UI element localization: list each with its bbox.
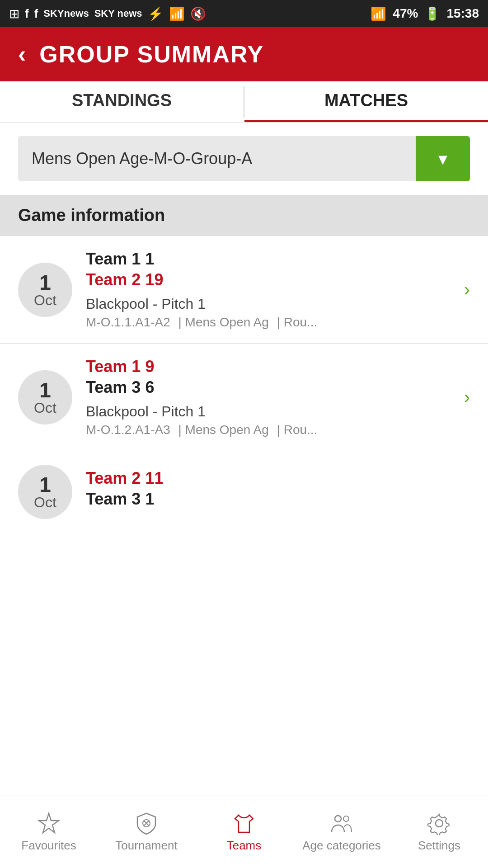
- dropdown-chevron-button[interactable]: ▾: [416, 136, 470, 181]
- status-right-icons: 📶 47% 🔋 15:38: [371, 6, 479, 21]
- back-button[interactable]: ‹: [18, 41, 26, 68]
- match-teams-3: Team 2 11 Team 3 1: [86, 469, 470, 509]
- tabs-container: STANDINGS MATCHES: [0, 81, 488, 123]
- match-venue-1: Blackpool - Pitch 1: [86, 296, 455, 312]
- match-date-1: 1 Oct: [18, 263, 72, 317]
- match-team2-name-1: Team 2: [86, 270, 141, 289]
- skynews-icon-2: SKY news: [94, 8, 142, 19]
- match-team1-row-2: Team 1 9: [86, 357, 455, 376]
- match-chevron-right-2: ›: [464, 387, 470, 407]
- match-code-2: M-O.1.2.A1-A3: [86, 423, 170, 437]
- match-info-3: Team 2 11 Team 3 1: [86, 469, 470, 515]
- signal-icon: 📶: [169, 6, 185, 21]
- match-team2-row-3: Team 3 1: [86, 490, 470, 509]
- facebook-icon-1: f: [25, 7, 29, 21]
- match-team1-name-1: Team 1: [86, 250, 141, 268]
- nav-item-settings[interactable]: Settings: [390, 796, 488, 868]
- chevron-down-icon: ▾: [438, 148, 447, 169]
- mute-icon: 🔇: [190, 6, 206, 21]
- nav-label-settings: Settings: [418, 839, 460, 853]
- status-bar: ⊞ f f SKYnews SKY news ⚡ 📶 🔇 📶 47% 🔋 15:…: [0, 0, 488, 27]
- match-team2-name-2: Team 3: [86, 378, 141, 396]
- match-month-1: Oct: [34, 293, 56, 307]
- match-meta-1: M-O.1.1.A1-A2 | Mens Open Ag | Rou...: [86, 315, 455, 330]
- match-team1-score-2: 9: [145, 357, 154, 376]
- match-teams-1: Team 1 1 Team 2 19: [86, 250, 455, 289]
- match-card-1[interactable]: 1 Oct Team 1 1 Team 2 19 Blackpool - Pit…: [0, 236, 488, 344]
- match-team1-score-1: 1: [145, 250, 154, 268]
- shirt-icon: [232, 811, 256, 835]
- skynews-icon-1: SKYnews: [43, 8, 89, 19]
- status-left-icons: ⊞ f f SKYnews SKY news ⚡ 📶 🔇: [9, 6, 206, 21]
- match-team2-row-2: Team 3 6: [86, 378, 455, 397]
- match-date-2: 1 Oct: [18, 370, 72, 425]
- match-day-1: 1: [39, 272, 51, 293]
- nav-item-age-categories[interactable]: Age categories: [293, 796, 390, 868]
- match-day-2: 1: [39, 380, 51, 401]
- battery-percent: 47%: [393, 6, 418, 21]
- dropdown-selected-value: Mens Open Age-M-O-Group-A: [18, 149, 416, 168]
- group-dropdown[interactable]: Mens Open Age-M-O-Group-A ▾: [18, 136, 470, 181]
- people-icon: [330, 811, 353, 835]
- svg-point-6: [436, 820, 443, 827]
- match-category-1: Mens Open Ag: [185, 315, 269, 329]
- shield-icon: [135, 811, 158, 835]
- nav-label-teams: Teams: [227, 839, 262, 853]
- game-info-section-header: Game information: [0, 195, 488, 236]
- bottom-navigation: Favourites Tournament Teams Age categori…: [0, 796, 488, 868]
- header: ‹ GROUP SUMMARY: [0, 27, 488, 81]
- match-team2-score-3: 1: [145, 490, 154, 508]
- match-team2-score-1: 19: [145, 270, 163, 289]
- match-team2-name-3: Team 3: [86, 490, 141, 508]
- nav-item-teams[interactable]: Teams: [195, 796, 293, 868]
- wifi-icon: 📶: [371, 6, 386, 21]
- nav-item-tournament[interactable]: Tournament: [98, 796, 195, 868]
- nav-label-tournament: Tournament: [115, 839, 177, 853]
- match-card-3[interactable]: 1 Oct Team 2 11 Team 3 1: [0, 451, 488, 533]
- facebook-icon-2: f: [34, 7, 38, 21]
- gear-icon: [427, 811, 451, 835]
- battery-icon: 🔋: [424, 6, 440, 21]
- game-info-title: Game information: [18, 206, 165, 225]
- nav-item-favourites[interactable]: Favourites: [0, 796, 98, 868]
- match-round-2: Rou...: [284, 423, 318, 437]
- match-card-2[interactable]: 1 Oct Team 1 9 Team 3 6 Blackpool - Pitc…: [0, 344, 488, 451]
- match-info-1: Team 1 1 Team 2 19 Blackpool - Pitch 1 M…: [86, 250, 455, 330]
- nav-label-favourites: Favourites: [21, 839, 76, 853]
- match-team1-name-2: Team 1: [86, 357, 141, 376]
- match-teams-2: Team 1 9 Team 3 6: [86, 357, 455, 397]
- match-month-2: Oct: [34, 401, 56, 415]
- match-team1-name-3: Team 2: [86, 469, 141, 487]
- match-team2-row-1: Team 2 19: [86, 270, 455, 289]
- match-chevron-right-1: ›: [464, 279, 470, 300]
- match-code-1: M-O.1.1.A1-A2: [86, 315, 170, 329]
- match-team1-row-3: Team 2 11: [86, 469, 470, 488]
- tab-matches[interactable]: MATCHES: [244, 81, 488, 122]
- match-month-3: Oct: [34, 495, 56, 509]
- svg-point-5: [343, 816, 349, 821]
- svg-point-4: [335, 816, 341, 822]
- match-team2-score-2: 6: [145, 378, 154, 396]
- match-info-2: Team 1 9 Team 3 6 Blackpool - Pitch 1 M-…: [86, 357, 455, 437]
- match-team1-row-1: Team 1 1: [86, 250, 455, 269]
- clock: 15:38: [446, 6, 479, 21]
- match-team1-score-3: 11: [145, 469, 163, 487]
- star-icon: [37, 811, 61, 835]
- match-venue-2: Blackpool - Pitch 1: [86, 403, 455, 420]
- match-date-3: 1 Oct: [18, 465, 72, 519]
- page-title: GROUP SUMMARY: [39, 41, 264, 68]
- bluetooth-icon: ⚡: [148, 6, 164, 21]
- add-icon: ⊞: [9, 6, 19, 21]
- tab-standings[interactable]: STANDINGS: [0, 81, 244, 122]
- match-round-1: Rou...: [284, 315, 318, 329]
- svg-marker-0: [39, 813, 59, 833]
- match-meta-2: M-O.1.2.A1-A3 | Mens Open Ag | Rou...: [86, 423, 455, 437]
- main-content: Mens Open Age-M-O-Group-A ▾ Game informa…: [0, 136, 488, 609]
- match-day-3: 1: [39, 474, 51, 495]
- nav-label-age-categories: Age categories: [302, 839, 380, 853]
- match-category-2: Mens Open Ag: [185, 423, 269, 437]
